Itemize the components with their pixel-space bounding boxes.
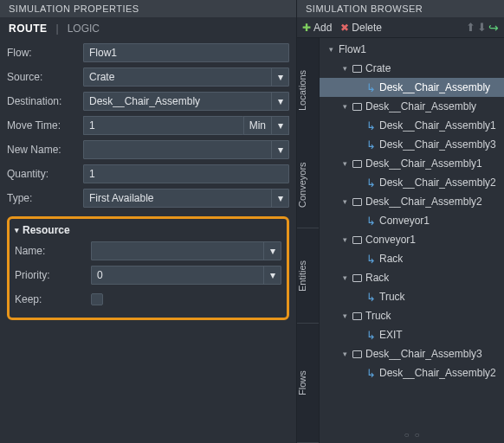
chevron-down-icon: ▾ [15, 226, 19, 234]
pager-dots: ○○ [320, 427, 504, 443]
tree-item[interactable]: ▾Crate [320, 59, 504, 78]
tab-logic[interactable]: LOGIC [68, 22, 100, 35]
tree-item[interactable]: ↳Desk__Chair_Assembly2 [320, 363, 504, 382]
tree-item[interactable]: ▾Flow1 [320, 40, 504, 59]
source-label: Source: [7, 71, 78, 83]
route-arrow-icon: ↳ [366, 82, 376, 93]
quantity-label: Quantity: [7, 168, 78, 180]
box-icon [352, 160, 362, 168]
expander-icon[interactable]: ▾ [340, 235, 349, 244]
tree-item[interactable]: ↳Desk__Chair_Assembly2 [320, 173, 504, 192]
tree-item-label: Desk__Chair_Assembly2 [365, 196, 482, 208]
tab-entities[interactable]: Entities [297, 228, 319, 324]
tab-locations[interactable]: Locations [297, 38, 319, 142]
box-icon [352, 65, 362, 73]
tree-item-label: Crate [365, 62, 391, 74]
box-icon [352, 236, 362, 244]
tree-item[interactable]: ↳Rack [320, 249, 504, 268]
resource-header[interactable]: ▾ Resource [15, 224, 281, 236]
box-icon [352, 312, 362, 320]
tab-flows[interactable]: Flows [297, 324, 319, 443]
route-arrow-icon: ↳ [366, 292, 376, 303]
chevron-down-icon: ▾ [271, 93, 288, 110]
expander-icon[interactable]: ▾ [340, 102, 349, 111]
tree-item-label: Desk__Chair_Assembly [365, 100, 476, 112]
tree-item[interactable]: ↳Conveyor1 [320, 211, 504, 230]
chevron-down-icon: ▾ [263, 242, 281, 260]
tree-item[interactable]: ▾Desk__Chair_Assembly2 [320, 192, 504, 211]
box-icon [352, 103, 362, 111]
route-arrow-icon: ↳ [366, 330, 376, 341]
tree-item[interactable]: ↳Truck [320, 287, 504, 306]
resource-priority-dropdown[interactable]: 0 ▾ [91, 266, 281, 285]
tree-item[interactable]: ↳Desk__Chair_Assembly3 [320, 135, 504, 154]
destination-label: Destination: [7, 95, 78, 107]
delete-button[interactable]: ✖ Delete [340, 22, 382, 34]
tree-item[interactable]: ▾Rack [320, 268, 504, 287]
chevron-down-icon: ▾ [263, 266, 281, 284]
expander-icon[interactable]: ▾ [340, 273, 349, 282]
tree-item[interactable]: ▾Conveyor1 [320, 230, 504, 249]
expander-icon[interactable]: ▾ [340, 350, 349, 358]
newname-label: New Name: [7, 144, 78, 156]
expander-icon[interactable]: ▾ [340, 197, 349, 206]
resource-section: ▾ Resource Name: ▾ Priority: 0 ▾ Keep: [7, 216, 289, 320]
tree-item-label: Desk__Chair_Assembly1 [379, 119, 496, 132]
box-icon [352, 198, 362, 206]
browser-tree[interactable]: ▾Flow1▾Crate↳Desk__Chair_Assembly▾Desk__… [320, 38, 504, 427]
resource-keep-label: Keep: [15, 293, 86, 305]
x-icon: ✖ [340, 22, 349, 34]
tree-item-label: Desk__Chair_Assembly2 [379, 367, 496, 379]
tree-item[interactable]: ↳Desk__Chair_Assembly1 [320, 116, 504, 135]
redo-button[interactable]: ↪ [488, 21, 499, 35]
expander-icon[interactable]: ▾ [340, 311, 349, 320]
tree-item[interactable]: ▾Desk__Chair_Assembly1 [320, 154, 504, 173]
route-arrow-icon: ↳ [366, 215, 376, 227]
tree-item[interactable]: ↳EXIT [320, 325, 504, 344]
route-arrow-icon: ↳ [366, 139, 376, 151]
movetime-unit-dropdown[interactable]: Min ▾ [243, 116, 289, 135]
movetime-input[interactable]: 1 [83, 116, 243, 135]
tree-item-label: Flow1 [339, 43, 366, 55]
flow-input[interactable]: Flow1 [83, 43, 289, 62]
chevron-down-icon: ▾ [271, 117, 288, 134]
expander-icon[interactable]: ▾ [340, 64, 349, 73]
tree-item-label: Truck [365, 310, 391, 322]
type-label: Type: [7, 192, 78, 204]
tree-item-label: Rack [365, 272, 389, 284]
source-dropdown[interactable]: Crate ▾ [83, 67, 289, 87]
simulation-properties-panel: SIMULATION PROPERTIES ROUTE | LOGIC Flow… [0, 0, 297, 443]
chevron-down-icon: ▾ [271, 141, 288, 158]
tree-item-label: Conveyor1 [365, 234, 416, 246]
tree-item[interactable]: ▾Truck [320, 306, 504, 325]
newname-dropdown[interactable]: ▾ [83, 140, 289, 159]
resource-priority-label: Priority: [15, 269, 86, 281]
plus-icon: ✚ [302, 22, 311, 34]
quantity-input[interactable]: 1 [83, 164, 289, 183]
tree-item-label: EXIT [379, 329, 403, 341]
tree-item-label: Desk__Chair_Assembly2 [379, 177, 496, 189]
resource-keep-checkbox[interactable] [91, 293, 103, 305]
tab-conveyors[interactable]: Conveyors [297, 142, 319, 228]
type-dropdown[interactable]: First Available ▾ [83, 189, 289, 208]
tree-item-label: Desk__Chair_Assembly3 [379, 138, 496, 151]
flow-label: Flow: [7, 47, 78, 59]
resource-name-dropdown[interactable]: ▾ [91, 241, 281, 260]
add-button[interactable]: ✚ Add [302, 22, 332, 34]
expander-icon[interactable]: ▾ [340, 159, 349, 168]
tree-item[interactable]: ▾Desk__Chair_Assembly [320, 97, 504, 116]
route-arrow-icon: ↳ [366, 254, 376, 265]
expander-icon[interactable]: ▾ [326, 45, 335, 54]
move-down-button[interactable]: ⬇ [477, 21, 487, 35]
move-up-button[interactable]: ⬆ [466, 21, 475, 35]
route-arrow-icon: ↳ [366, 368, 376, 379]
tree-item[interactable]: ↳Desk__Chair_Assembly [320, 78, 504, 97]
tree-item-label: Desk__Chair_Assembly [379, 81, 490, 93]
tree-item[interactable]: ▾Desk__Chair_Assembly3 [320, 344, 504, 363]
tree-item-label: Truck [379, 291, 405, 303]
chevron-down-icon: ▾ [271, 68, 288, 86]
tab-route[interactable]: ROUTE [9, 22, 48, 35]
route-arrow-icon: ↳ [366, 177, 376, 189]
destination-dropdown[interactable]: Desk__Chair_Assembly ▾ [83, 92, 289, 111]
movetime-label: Move Time: [7, 119, 78, 132]
